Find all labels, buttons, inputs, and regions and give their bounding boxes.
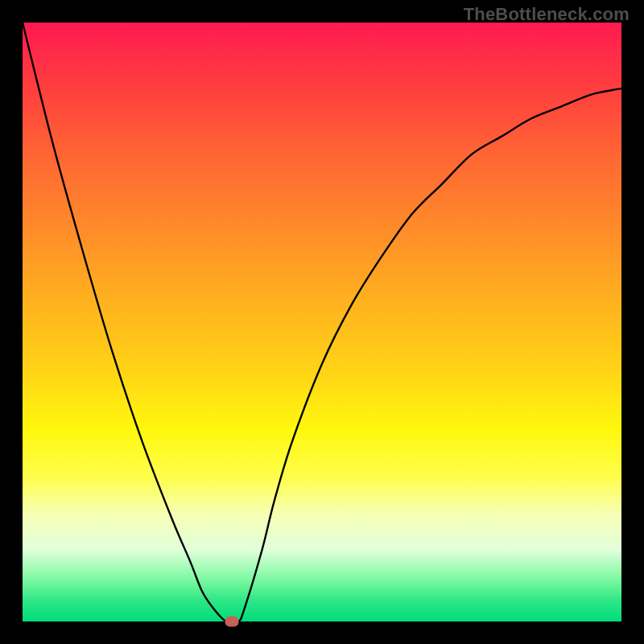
chart-frame: TheBottleneck.com (0, 0, 644, 644)
curve-path (23, 23, 621, 623)
optimal-point-marker (225, 617, 239, 627)
plot-area (23, 23, 621, 621)
bottleneck-curve (23, 23, 621, 621)
